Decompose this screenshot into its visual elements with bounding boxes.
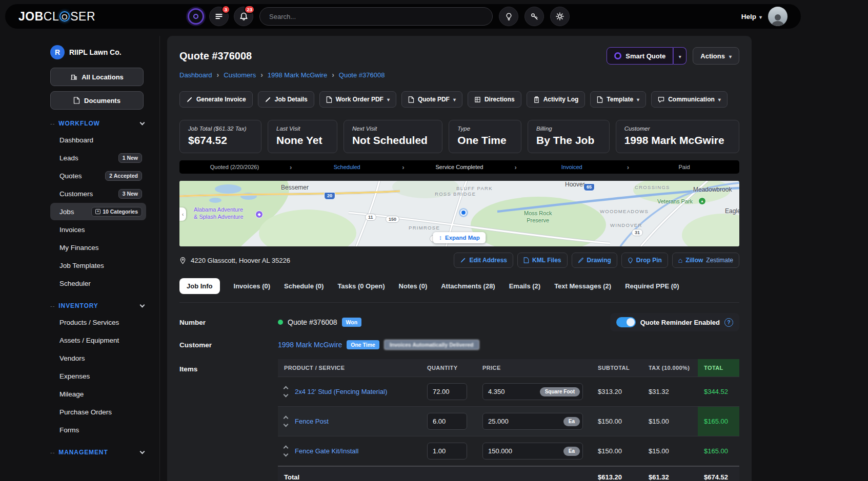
sidebar-item-dashboard[interactable]: Dashboard [50,131,146,149]
map-marker[interactable] [460,210,467,216]
breadcrumb-quote[interactable]: Quote #376008 [339,71,385,79]
reorder-handle[interactable] [284,446,288,456]
chevron-down-icon [679,52,681,60]
quantity-input[interactable] [427,413,467,430]
tab-emails[interactable]: Emails (2) [509,282,540,290]
directions-button[interactable]: Directions [468,91,521,108]
won-badge: Won [342,318,362,327]
sidebar-item-forms[interactable]: Forms [50,421,146,438]
move-down-icon[interactable] [284,392,289,398]
quote-reminder-toggle[interactable] [616,317,636,327]
reorder-handle[interactable] [284,387,288,396]
move-down-icon[interactable] [284,452,289,457]
kml-files-button[interactable]: KML Files [517,253,567,268]
user-avatar[interactable] [768,7,788,26]
sidebar-item-products-services[interactable]: Products / Services [50,313,146,331]
smart-quote-caret-button[interactable] [673,47,687,65]
map-label-adventure: Alabama Adventure & Splash Adventure [194,206,244,221]
all-locations-button[interactable]: All Locations [50,68,144,86]
sidebar-item-scheduler[interactable]: Scheduler [50,275,146,292]
route-shield-i65: 65 [583,183,595,191]
move-up-icon[interactable] [284,416,289,421]
move-down-icon[interactable] [284,422,289,427]
smart-quote-button[interactable]: Smart Quote [607,47,673,65]
tab-tasks[interactable]: Tasks (0 Open) [337,282,385,290]
sidebar-item-job-templates[interactable]: Job Templates [50,257,146,274]
tab-invoices[interactable]: Invoices (0) [234,282,271,290]
product-link[interactable]: Fence Post [295,417,329,425]
stat-last-visit: Last Visit None Yet [268,120,337,153]
settings-button[interactable] [550,7,570,26]
queue-icon [215,12,223,20]
tab-attachments[interactable]: Attachments (28) [441,282,495,290]
search-input[interactable] [259,7,493,26]
quantity-input[interactable] [427,443,467,459]
queue-button[interactable]: 3 [209,7,229,26]
drawing-button[interactable]: Drawing [572,253,617,268]
product-link[interactable]: 2x4 12' Stud (Fencing Material) [295,388,387,395]
breadcrumb-dashboard[interactable]: Dashboard [179,71,212,79]
status-ring-icon[interactable] [188,8,204,25]
expand-map-button[interactable]: ↕ Expand Map [433,232,486,243]
pencil-icon [186,96,193,103]
stat-next-visit: Next Visit Not Scheduled [344,120,442,153]
notifications-button[interactable]: 23 [234,7,253,26]
tab-text-messages[interactable]: Text Messages (2) [554,282,611,290]
actions-button[interactable]: Actions [693,47,739,65]
document-icon [73,97,80,104]
categories-icon [95,209,100,214]
notifications-count-badge: 23 [244,5,255,14]
section-workflow[interactable]: -- WORKFLOW [50,120,146,127]
map-pin-icon [628,257,633,264]
sidebar-item-invoices[interactable]: Invoices [50,221,146,238]
sidebar-item-purchase-orders[interactable]: Purchase Orders [50,403,146,421]
sidebar-item-mileage[interactable]: Mileage [50,385,146,403]
sidebar-item-vendors[interactable]: Vendors [50,349,146,367]
move-up-icon[interactable] [284,386,289,391]
breadcrumb-customers[interactable]: Customers [224,71,256,79]
route-shield-150a: 150 [386,216,399,223]
move-up-icon[interactable] [284,446,289,451]
file-icon [408,96,414,103]
generate-invoice-button[interactable]: Generate Invoice [179,91,253,108]
lightbulb-button[interactable] [499,7,518,26]
reorder-handle[interactable] [284,416,288,426]
tab-job-info[interactable]: Job Info [179,278,220,294]
template-button[interactable]: Template [590,91,646,108]
sidebar-item-jobs[interactable]: Jobs 10 Categories [50,203,146,220]
work-order-pdf-button[interactable]: Work Order PDF [319,91,396,108]
quantity-input[interactable] [427,383,467,400]
tab-notes[interactable]: Notes (0) [399,282,428,290]
sidebar-item-leads[interactable]: Leads 1 New [50,149,146,166]
product-link[interactable]: Fence Gate Kit/Install [295,447,358,455]
location-map[interactable]: Bessemer Alabama Adventure & Splash Adve… [179,181,739,246]
building-icon [70,73,77,80]
section-management[interactable]: -- MANAGEMENT [50,449,146,456]
sidebar-item-customers[interactable]: Customers 3 New [50,185,146,202]
documents-button[interactable]: Documents [50,91,144,110]
tab-schedule[interactable]: Schedule (0) [284,282,324,290]
drop-pin-button[interactable]: Drop Pin [621,253,668,268]
quote-pdf-button[interactable]: Quote PDF [401,91,462,108]
file-icon [523,257,529,263]
sidebar-item-expenses[interactable]: Expenses [50,367,146,385]
tab-required-ppe[interactable]: Required PPE (0) [625,282,679,290]
help-circle-icon[interactable]: ? [724,318,733,327]
total-cell: $165.00 [698,407,739,436]
map-collapse-handle[interactable]: ‹ [179,207,186,221]
sidebar-item-quotes[interactable]: Quotes 2 Accepted [50,167,146,184]
sidebar-item-my-finances[interactable]: My Finances [50,239,146,256]
key-button[interactable] [524,7,544,26]
section-inventory[interactable]: -- INVENTORY [50,302,146,309]
zillow-zestimate-button[interactable]: ⌂ Zillow Zestimate [672,253,739,268]
activity-log-button[interactable]: Activity Log [527,91,586,108]
job-details-button[interactable]: Job Details [258,91,314,108]
customer-link[interactable]: 1998 Mark McGwire [278,341,342,349]
communication-button[interactable]: Communication [651,91,728,108]
edit-address-button[interactable]: Edit Address [454,253,513,268]
help-menu[interactable]: Help [741,13,762,20]
breadcrumb-customer-name[interactable]: 1998 Mark McGwire [268,71,327,79]
chevron-down-icon [453,96,456,103]
sidebar-item-assets-equipment[interactable]: Assets / Equipment [50,331,146,349]
grid-icon [474,96,481,103]
